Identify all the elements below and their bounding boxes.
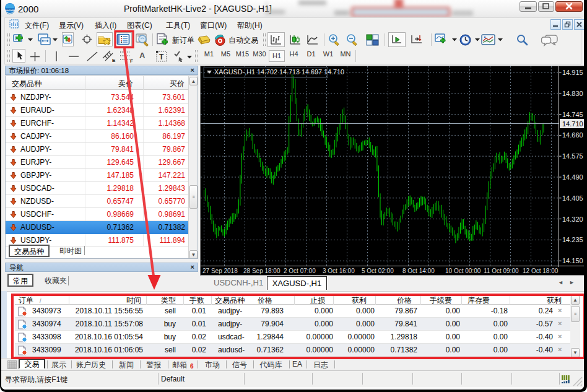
svg-text:14.745: 14.745 — [562, 111, 583, 118]
svg-text:14.660: 14.660 — [562, 131, 583, 139]
svg-text:27 Sep 2018: 27 Sep 2018 — [202, 268, 238, 274]
svg-text:14.575: 14.575 — [562, 152, 583, 160]
svg-text:14.915: 14.915 — [562, 69, 583, 76]
svg-text:14.405: 14.405 — [562, 194, 583, 202]
svg-text:5 Oct 02:00: 5 Oct 02:00 — [362, 268, 394, 274]
svg-text:PROFIT: PROFIT — [6, 9, 14, 11]
svg-text:8 Oct 14:00: 8 Oct 14:00 — [402, 268, 435, 274]
svg-text:E: E — [112, 58, 116, 63]
svg-text:14.710: 14.710 — [562, 120, 583, 128]
svg-text:14.150: 14.150 — [562, 257, 583, 264]
svg-text:10 Oct 00:00: 10 Oct 00:00 — [445, 268, 481, 274]
svg-text:14.490: 14.490 — [562, 173, 583, 181]
svg-text:14.235: 14.235 — [562, 236, 583, 243]
svg-text:3 Oct 16:00: 3 Oct 16:00 — [323, 268, 355, 274]
svg-text:11 Oct 09:00: 11 Oct 09:00 — [484, 268, 519, 274]
svg-text:12 Oct 18:00: 12 Oct 18:00 — [523, 268, 559, 274]
svg-text:F: F — [130, 58, 133, 63]
svg-text:14.320: 14.320 — [562, 216, 583, 223]
svg-text:2 Oct 07:00: 2 Oct 07:00 — [284, 268, 316, 274]
svg-text:XAGUSD-,H1 14.702 14.713 14.6: XAGUSD-,H1 14.702 14.713 14.697 14.710 — [214, 68, 344, 76]
svg-text:14.830: 14.830 — [562, 90, 583, 97]
svg-text:T: T — [159, 53, 164, 61]
svg-text:28 Sep 18:00: 28 Sep 18:00 — [243, 268, 280, 274]
